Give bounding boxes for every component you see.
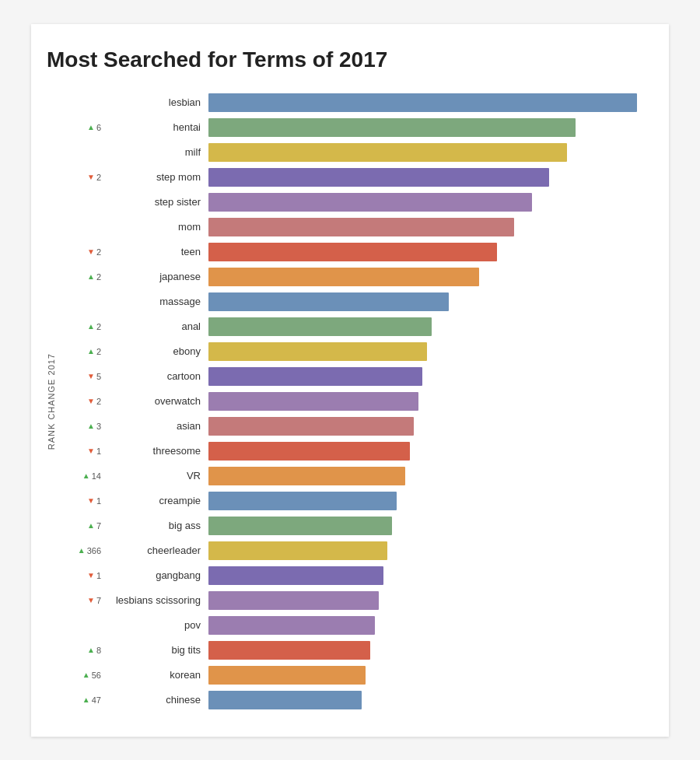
y-axis-label: RANK CHANGE 2017	[47, 345, 56, 457]
bar-label: hentai	[107, 121, 208, 133]
bar-row: ▲6hentai	[61, 116, 646, 139]
bar-fill	[208, 641, 370, 660]
bar-fill	[208, 168, 549, 187]
bar-fill	[208, 93, 637, 112]
rank-change: ▲56	[61, 671, 107, 680]
bar-label: big tits	[107, 644, 208, 656]
bar-label: step sister	[107, 196, 208, 208]
bar-label: cartoon	[107, 370, 208, 382]
bar-fill	[208, 367, 422, 386]
bar-fill	[208, 517, 392, 535]
bar-track	[208, 392, 646, 411]
bar-fill	[208, 118, 576, 137]
bar-track	[208, 193, 646, 212]
bar-track	[208, 442, 646, 461]
bar-track	[208, 641, 646, 660]
bar-fill	[208, 691, 362, 709]
bar-track	[208, 243, 646, 261]
bar-label: korean	[107, 669, 208, 681]
bar-track	[208, 492, 646, 510]
bar-label: big ass	[107, 520, 208, 531]
chart-area: RANK CHANGE 2017 lesbian▲6hentaimilf▼2st…	[47, 91, 646, 713]
bar-fill	[208, 442, 410, 461]
bar-label: mom	[107, 221, 208, 233]
bar-row: pov	[61, 614, 646, 637]
bar-track	[208, 467, 646, 485]
bar-track	[208, 118, 646, 137]
bar-track	[208, 591, 646, 610]
bar-track	[208, 292, 646, 311]
bar-track	[208, 342, 646, 361]
bar-row: ▲2japanese	[61, 265, 646, 289]
bar-row: mom	[61, 215, 646, 239]
chart-container: Most Searched for Terms of 2017 RANK CHA…	[31, 24, 669, 737]
bar-row: ▼5cartoon	[61, 365, 646, 388]
bar-track	[208, 367, 646, 386]
bar-label: threesome	[107, 445, 208, 457]
bar-track	[208, 517, 646, 535]
bar-row: ▲47chinese	[61, 688, 646, 712]
rank-change: ▼1	[61, 496, 107, 506]
bar-fill	[208, 193, 532, 212]
bar-fill	[208, 666, 366, 685]
rank-change: ▼2	[61, 397, 107, 406]
bar-row: ▲7big ass	[61, 514, 646, 538]
rank-change: ▲14	[61, 471, 107, 481]
bar-label: chinese	[107, 694, 208, 706]
rank-change: ▼1	[61, 571, 107, 580]
rank-change: ▲7	[61, 521, 107, 531]
bar-label: creampie	[107, 495, 208, 506]
bar-row: ▲14VR	[61, 464, 646, 488]
bar-row: milf	[61, 141, 646, 164]
rank-change: ▼7	[61, 596, 107, 605]
rank-change: ▲8	[61, 646, 107, 655]
bar-track	[208, 616, 646, 635]
rank-change: ▲2	[61, 322, 107, 331]
bar-label: cheerleader	[107, 545, 208, 556]
bar-track	[208, 691, 646, 709]
bars-section: lesbian▲6hentaimilf▼2step momstep sister…	[61, 91, 646, 713]
bar-row: ▼2step mom	[61, 166, 646, 189]
bar-fill	[208, 566, 383, 585]
bar-track	[208, 417, 646, 436]
bar-row: ▼7lesbians scissoring	[61, 589, 646, 612]
bar-track	[208, 168, 646, 187]
bar-label: ebony	[107, 345, 208, 357]
bar-track	[208, 143, 646, 162]
rank-change: ▲3	[61, 422, 107, 431]
bar-fill	[208, 616, 375, 635]
bar-row: lesbian	[61, 91, 646, 114]
chart-title: Most Searched for Terms of 2017	[47, 47, 646, 72]
bar-track	[208, 666, 646, 685]
bar-fill	[208, 143, 567, 162]
rank-change: ▲2	[61, 347, 107, 356]
bar-label: lesbian	[107, 96, 208, 108]
bar-row: ▲2anal	[61, 315, 646, 338]
bar-label: milf	[107, 146, 208, 158]
bar-label: overwatch	[107, 395, 208, 407]
bar-fill	[208, 292, 449, 311]
bar-label: teen	[107, 246, 208, 257]
bar-row: ▲2ebony	[61, 340, 646, 363]
rank-change: ▲366	[61, 546, 107, 555]
bar-row: ▼1threesome	[61, 440, 646, 463]
bar-label: step mom	[107, 171, 208, 183]
bar-label: pov	[107, 619, 208, 631]
rank-change: ▼2	[61, 247, 107, 257]
bar-fill	[208, 492, 397, 510]
bar-fill	[208, 417, 414, 436]
bar-track	[208, 566, 646, 585]
rank-change: ▼1	[61, 447, 107, 456]
bar-row: massage	[61, 290, 646, 313]
bar-track	[208, 93, 646, 112]
bar-fill	[208, 467, 405, 485]
bar-label: anal	[107, 320, 208, 332]
rank-change: ▲2	[61, 272, 107, 282]
bar-track	[208, 541, 646, 560]
bar-label: japanese	[107, 271, 208, 282]
rank-change: ▲47	[61, 695, 107, 705]
bar-track	[208, 268, 646, 286]
bar-fill	[208, 591, 379, 610]
bar-fill	[208, 342, 427, 361]
bar-fill	[208, 541, 387, 560]
